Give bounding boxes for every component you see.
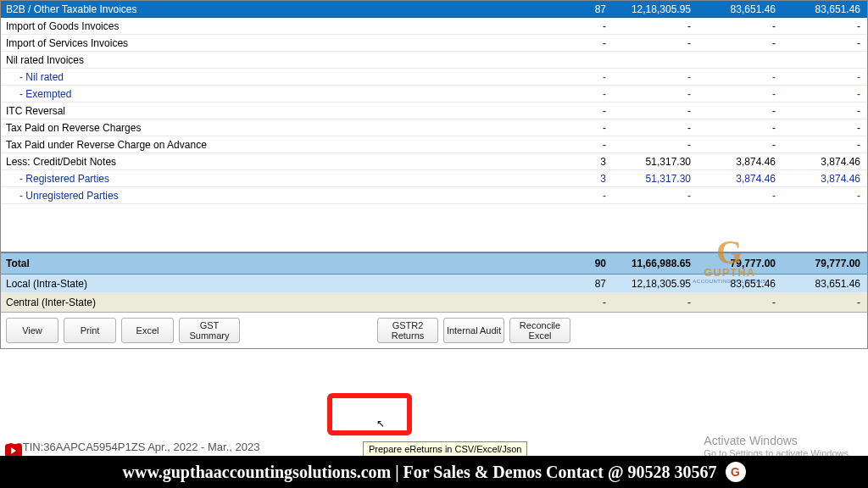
gst-report-grid: B2B / Other Taxable Invoices8712,18,305.… — [0, 0, 868, 349]
youtube-play-icon[interactable] — [5, 444, 22, 457]
highlight-box — [327, 393, 412, 435]
row-label: - Exempted — [6, 88, 572, 100]
view-button[interactable]: View — [6, 318, 58, 343]
cursor-icon: ↖ — [376, 418, 385, 430]
reconcile-excel-button[interactable]: Reconcile Excel — [509, 318, 570, 343]
row-label: ITC Reversal — [6, 105, 572, 117]
table-row[interactable]: Less: Credit/Debit Notes351,317.303,874.… — [1, 153, 867, 170]
table-row[interactable]: Nil rated Invoices — [1, 52, 867, 69]
total-label: Total — [6, 258, 572, 269]
toolbar: View Print Excel GST Summary GSTR2 Retur… — [1, 312, 867, 348]
table-row[interactable]: B2B / Other Taxable Invoices8712,18,305.… — [1, 1, 867, 18]
row-label: - Nil rated — [6, 71, 572, 83]
table-row[interactable]: Import of Goods Invoices---- — [1, 18, 867, 35]
bottom-banner: www.gupthaaccountingsolutions.com | For … — [0, 456, 868, 488]
table-row[interactable]: - Exempted---- — [1, 86, 867, 103]
tooltip: Prepare eReturns in CSV/Excel/Json — [363, 441, 527, 457]
print-button[interactable]: Print — [64, 318, 116, 343]
central-row[interactable]: Central (Inter-State) - - - - — [1, 293, 867, 312]
table-row[interactable]: ITC Reversal---- — [1, 103, 867, 119]
table-row[interactable]: Import of Services Invoices---- — [1, 35, 867, 52]
table-row[interactable]: - Nil rated---- — [1, 69, 867, 86]
table-row[interactable]: Tax Paid on Reverse Charges---- — [1, 119, 867, 136]
gst-summary-button[interactable]: GST Summary — [179, 318, 240, 343]
row-label: - Unregistered Parties — [6, 190, 572, 202]
table-row[interactable]: - Registered Parties351,317.303,874.463,… — [1, 170, 867, 187]
table-row[interactable]: - Unregistered Parties---- — [1, 187, 867, 204]
table-row[interactable]: Tax Paid under Reverse Charge on Advance… — [1, 136, 867, 153]
excel-button[interactable]: Excel — [121, 318, 174, 343]
row-label: Tax Paid on Reverse Charges — [6, 122, 572, 134]
status-line: GSTIN:36AAPCA5954P1ZS Apr., 2022 - Mar.,… — [7, 441, 259, 453]
internal-audit-button[interactable]: Internal Audit — [443, 318, 504, 343]
summary-block: Total 90 11,66,988.65 79,777.00 79,777.0… — [1, 252, 867, 312]
local-row[interactable]: Local (Intra-State) 87 12,18,305.95 83,6… — [1, 274, 867, 293]
row-label: Nil rated Invoices — [6, 54, 572, 66]
row-label: - Registered Parties — [6, 173, 572, 185]
guptha-logo-icon: G — [726, 462, 746, 482]
row-label: B2B / Other Taxable Invoices — [6, 3, 572, 15]
row-label: Import of Goods Invoices — [6, 20, 572, 32]
row-label: Tax Paid under Reverse Charge on Advance — [6, 139, 572, 151]
row-label: Less: Credit/Debit Notes — [6, 156, 572, 168]
gstr2-returns-button[interactable]: GSTR2 Returns — [377, 318, 438, 343]
row-label: Import of Services Invoices — [6, 37, 572, 49]
total-row[interactable]: Total 90 11,66,988.65 79,777.00 79,777.0… — [1, 252, 867, 274]
